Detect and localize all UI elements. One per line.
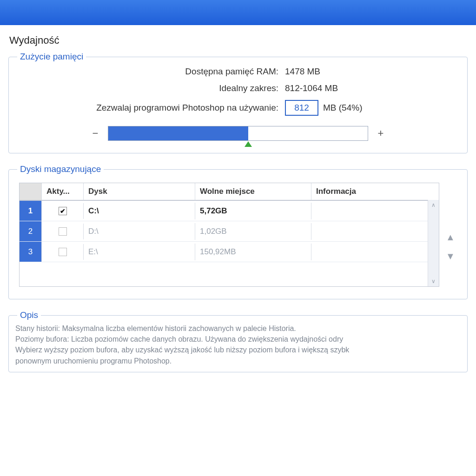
allow-usage-label: Zezwalaj programowi Photoshop na używani… <box>19 103 285 113</box>
slider-increase-button[interactable]: + <box>377 127 385 139</box>
memory-slider-marker-icon[interactable] <box>245 141 252 147</box>
disks-legend: Dyski magazynujące <box>17 164 104 174</box>
table-row[interactable]: 3E:\150,92MB <box>20 242 439 262</box>
allow-usage-suffix: MB (54%) <box>323 103 362 113</box>
move-down-button[interactable]: ▼ <box>446 251 455 262</box>
row-number: 2 <box>20 221 42 241</box>
table-header-spacer <box>20 183 42 200</box>
disk-name: C:\ <box>84 203 195 219</box>
available-ram-label: Dostępna pamięć RAM: <box>19 66 285 77</box>
memory-slider[interactable] <box>108 126 368 141</box>
table-header: Akty... Dysk Wolne miejsce Informacja <box>20 183 439 201</box>
move-up-button[interactable]: ▲ <box>446 232 455 243</box>
col-disk-header[interactable]: Dysk <box>84 183 195 200</box>
disk-name: E:\ <box>84 244 195 260</box>
memory-usage-group: Zużycie pamięci Dostępna pamięć RAM: 147… <box>8 57 468 153</box>
row-number: 1 <box>20 201 42 221</box>
window-titlebar <box>0 0 476 25</box>
ideal-range-value: 812-1064 MB <box>285 83 338 93</box>
disk-name: D:\ <box>84 223 195 240</box>
table-row[interactable]: 1✔C:\5,72GB <box>20 201 439 221</box>
disk-info <box>311 228 439 235</box>
ideal-range-label: Idealny zakres: <box>19 83 285 93</box>
memory-legend: Zużycie pamięci <box>17 52 86 62</box>
disk-info <box>311 207 439 215</box>
available-ram-value: 1478 MB <box>285 66 320 77</box>
active-checkbox[interactable]: ✔ <box>59 207 67 215</box>
active-checkbox[interactable] <box>59 227 67 236</box>
active-checkbox[interactable] <box>59 248 67 256</box>
table-scrollbar[interactable]: ∧ ∨ <box>428 200 439 286</box>
description-group: Opis Stany historii: Maksymalna liczba e… <box>8 315 468 372</box>
slider-decrease-button[interactable]: − <box>91 127 99 139</box>
page-title: Wydajność <box>9 34 468 46</box>
row-number: 3 <box>20 242 42 262</box>
col-free-header[interactable]: Wolne miejsce <box>195 183 311 200</box>
free-space: 5,72GB <box>195 203 311 219</box>
disk-info <box>311 248 439 256</box>
description-legend: Opis <box>17 310 41 320</box>
scratch-disks-group: Dyski magazynujące Akty... Dysk Wolne mi… <box>8 169 468 299</box>
scroll-down-icon[interactable]: ∨ <box>431 278 436 284</box>
col-active-header[interactable]: Akty... <box>42 183 84 200</box>
free-space: 1,02GB <box>195 223 311 240</box>
memory-slider-fill <box>108 126 248 140</box>
col-info-header[interactable]: Informacja <box>311 183 439 200</box>
scroll-up-icon[interactable]: ∧ <box>431 202 436 208</box>
free-space: 150,92MB <box>195 244 311 260</box>
allow-usage-input[interactable] <box>285 100 318 116</box>
scratch-disks-table: Akty... Dysk Wolne miejsce Informacja 1✔… <box>19 183 439 287</box>
description-text: Stany historii: Maksymalna liczba elemen… <box>15 323 459 366</box>
table-row[interactable]: 2D:\1,02GB <box>20 221 439 242</box>
